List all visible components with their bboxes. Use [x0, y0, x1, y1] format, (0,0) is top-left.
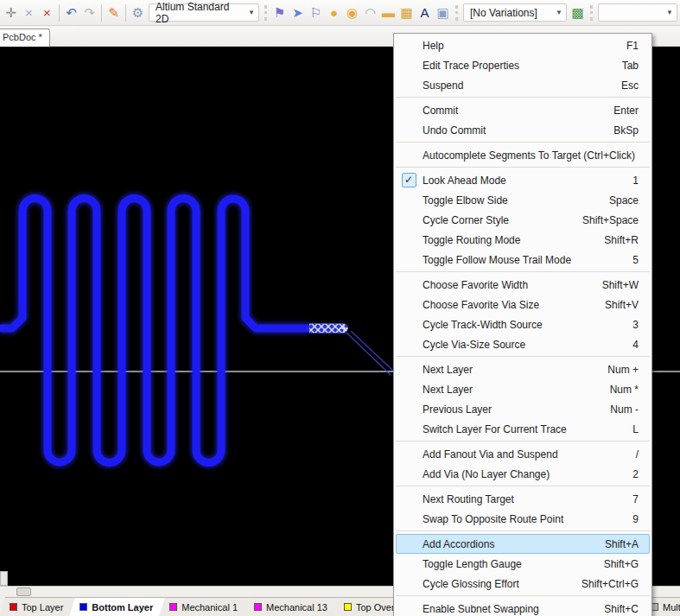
menu-item-undo-commit[interactable]: Undo CommitBkSp	[396, 120, 650, 140]
menu-item-label: Autocomplete Segments To Target (Ctrl+Cl…	[421, 149, 639, 162]
menu-item-label: Choose Favorite Width	[421, 279, 602, 291]
menu-item-shortcut: 1	[632, 175, 649, 187]
menu-item-label: Help	[421, 40, 626, 52]
menu-item-label: Add Fanout Via and Suspend	[421, 448, 636, 460]
unnamed-combo[interactable]: ▼	[598, 3, 677, 22]
menu-item-commit[interactable]: CommitEnter	[396, 100, 650, 120]
document-tab-pcbdoc[interactable]: PcbDoc *	[0, 29, 50, 47]
chevron-down-icon: ▼	[248, 9, 255, 16]
menu-item-cycle-corner-style[interactable]: Cycle Corner StyleShift+Space	[396, 210, 650, 230]
layer-color-swatch	[79, 603, 87, 611]
interactive-routing-icon[interactable]: ⚑	[270, 3, 289, 22]
menu-item-add-fanout-via-suspend[interactable]: Add Fanout Via and Suspend/	[396, 444, 650, 464]
menu-item-toggle-routing-mode[interactable]: Toggle Routing ModeShift+R	[396, 230, 650, 250]
string-icon[interactable]: A	[416, 3, 434, 22]
brush-icon[interactable]: ✎	[105, 3, 123, 22]
menu-item-add-via-no-layer-change[interactable]: Add Via (No Layer Change)2	[396, 464, 650, 484]
menu-item-label: Cycle Corner Style	[421, 214, 582, 226]
combo-label: Altium Standard 2D	[156, 1, 243, 25]
menu-item-label: Toggle Length Gauge	[421, 558, 604, 570]
menu-item-toggle-elbow-side[interactable]: Toggle Elbow SideSpace	[396, 190, 650, 210]
menu-item-next-layer-2[interactable]: Next LayerNum *	[396, 379, 650, 399]
menu-separator	[396, 356, 650, 357]
menu-item-suspend[interactable]: SuspendEsc	[396, 75, 650, 95]
menu-item-add-accordions[interactable]: Add AccordionsShift+A	[396, 534, 650, 554]
menu-item-enable-subnet-swapping[interactable]: Enable Subnet SwappingShift+C	[396, 599, 650, 616]
menu-item-choose-favorite-via-size[interactable]: Choose Favorite Via SizeShift+V	[396, 295, 650, 314]
menu-item-label: Toggle Elbow Side	[421, 194, 609, 206]
horizontal-scrollbar-thumb[interactable]	[16, 587, 31, 596]
menu-item-label: Next Routing Target	[421, 493, 632, 505]
menu-separator	[396, 530, 650, 531]
menu-item-shortcut: Shift+V	[605, 299, 649, 311]
altium-pcb-editor-window: ✛××↶↷✎⚙Altium Standard 2D▼⚑➤⚐●◉◠▬▦A▣[No …	[0, 0, 680, 616]
component-icon[interactable]: ▣	[434, 3, 452, 22]
menu-item-help[interactable]: HelpF1	[396, 35, 650, 55]
layer-tab-label: Mechanical 13	[266, 602, 327, 613]
menu-item-shortcut: Space	[609, 194, 649, 206]
move-cross-icon[interactable]: ✛	[2, 3, 20, 22]
layer-color-swatch	[10, 603, 17, 611]
layer-tab-mechanical-1[interactable]: Mechanical 1	[159, 597, 250, 616]
menu-item-cycle-via-size-source[interactable]: Cycle Via-Size Source4	[396, 334, 650, 354]
menu-item-shortcut: Shift+Ctrl+G	[581, 578, 649, 590]
menu-item-switch-layer-current-trace[interactable]: Switch Layer For Current TraceL	[396, 419, 650, 439]
menu-item-shortcut: 7	[632, 493, 649, 505]
menu-item-shortcut: Enter	[613, 105, 649, 117]
menu-item-edit-trace-properties[interactable]: Edit Trace PropertiesTab	[396, 55, 650, 75]
layer-tab-mechanical-13[interactable]: Mechanical 13	[244, 597, 340, 616]
menu-item-label: Undo Commit	[421, 124, 613, 137]
toolbar-separator	[59, 4, 60, 22]
layer-color-swatch	[254, 603, 262, 611]
menu-item-next-layer[interactable]: Next LayerNum +	[396, 359, 650, 379]
undo-icon[interactable]: ↶	[62, 3, 80, 22]
pad-icon[interactable]: ●	[325, 3, 343, 22]
menu-separator	[396, 167, 650, 168]
menu-item-shortcut: F1	[626, 40, 649, 52]
menu-item-cycle-track-width-source[interactable]: Cycle Track-Width Source3	[396, 314, 650, 334]
menu-item-shortcut: L	[632, 423, 649, 435]
board-icon[interactable]: ▩	[569, 3, 587, 22]
menu-separator	[396, 441, 650, 441]
menu-item-autocomplete-segments[interactable]: Autocomplete Segments To Target (Ctrl+Cl…	[396, 145, 650, 165]
delete-segment-icon[interactable]: ×	[38, 3, 56, 22]
menu-item-choose-favorite-width[interactable]: Choose Favorite WidthShift+W	[396, 275, 650, 295]
break-track-icon[interactable]: ×	[20, 3, 38, 22]
menu-item-shortcut: 5	[632, 254, 649, 266]
menu-item-next-routing-target[interactable]: Next Routing Target7	[396, 489, 650, 509]
toolbar-group-handle	[455, 5, 458, 21]
redo-icon[interactable]: ↷	[80, 3, 99, 22]
menu-item-shortcut: 4	[632, 339, 649, 351]
fill-icon[interactable]: ▬	[379, 3, 397, 22]
layer-tab-top-layer[interactable]: Top Layer	[0, 597, 75, 616]
serpentine-trace[interactable]	[0, 199, 309, 463]
menu-item-shortcut: Num *	[610, 384, 649, 396]
menu-item-shortcut: Shift+R	[604, 234, 649, 246]
multi-route-icon[interactable]: ⚐	[307, 3, 325, 22]
menu-item-previous-layer[interactable]: Previous LayerNum -	[396, 399, 650, 419]
via-icon[interactable]: ◉	[343, 3, 361, 22]
menu-item-label: Suspend	[421, 79, 621, 92]
menu-separator	[396, 271, 650, 272]
menu-item-look-ahead-mode[interactable]: ✓Look Ahead Mode1	[396, 170, 650, 190]
menu-item-label: Toggle Routing Mode	[421, 234, 604, 246]
view-configuration-combo[interactable]: Altium Standard 2D▼	[149, 3, 259, 22]
arc-icon[interactable]: ◠	[361, 3, 379, 22]
menu-item-label: Next Layer	[421, 384, 610, 396]
menu-item-shortcut: 9	[632, 513, 649, 525]
array-icon[interactable]: ▦	[397, 3, 416, 22]
menu-item-label: Cycle Via-Size Source	[421, 339, 632, 351]
menu-item-label: Add Via (No Layer Change)	[421, 468, 632, 480]
menu-item-swap-opposite-route-point[interactable]: Swap To Opposite Route Point9	[396, 509, 650, 529]
route-select-icon[interactable]: ➤	[289, 3, 307, 22]
variations-combo[interactable]: [No Variations]▼	[463, 3, 567, 22]
layer-tab-bottom-layer[interactable]: Bottom Layer	[69, 597, 165, 616]
menu-item-toggle-follow-mouse-trail[interactable]: Toggle Follow Mouse Trail Mode5	[396, 250, 650, 270]
configure-icon[interactable]: ⚙	[129, 3, 147, 22]
menu-item-cycle-glossing-effort[interactable]: Cycle Glossing EffortShift+Ctrl+G	[396, 574, 650, 594]
menu-item-toggle-length-gauge[interactable]: Toggle Length GaugeShift+G	[396, 554, 650, 574]
menu-item-label: Edit Trace Properties	[421, 60, 622, 72]
menu-item-shortcut: Num -	[610, 403, 649, 416]
menu-separator	[396, 97, 650, 98]
menu-item-shortcut: Esc	[621, 79, 649, 92]
